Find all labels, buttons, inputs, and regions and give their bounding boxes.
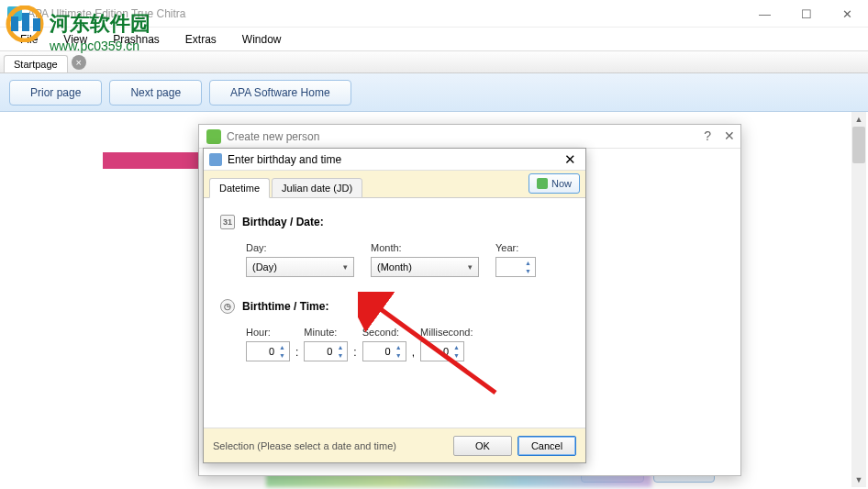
time-separator: :: [295, 346, 298, 361]
tab-julian[interactable]: Julian date (JD): [272, 178, 362, 198]
outer-close-button[interactable]: ✕: [724, 128, 735, 143]
down-arrow-icon[interactable]: ▼: [393, 351, 405, 360]
day-combo[interactable]: (Day): [246, 257, 354, 277]
hour-label: Hour:: [246, 327, 290, 338]
footer-hint: Selection (Please select a date and time…: [213, 440, 448, 451]
date-icon: 31: [220, 215, 235, 229]
second-spinner[interactable]: 0▲▼: [362, 341, 406, 361]
menu-file[interactable]: File: [7, 29, 50, 50]
menu-view[interactable]: View: [50, 29, 100, 50]
ms-spinner[interactable]: 0▲▼: [420, 341, 464, 361]
scroll-down-icon[interactable]: ▼: [851, 472, 866, 487]
day-label: Day:: [246, 242, 354, 253]
apa-home-button[interactable]: APA Software Home: [209, 80, 351, 106]
minute-value: 0: [327, 346, 332, 357]
titlebar: APA Ultimate Edition True Chitra: [0, 0, 868, 28]
menubar: File View Prashnas Extras Window: [0, 28, 868, 51]
inner-close-button[interactable]: ✕: [561, 151, 580, 168]
close-button[interactable]: ✕: [827, 0, 868, 28]
day-value: (Day): [252, 261, 277, 272]
minimize-button[interactable]: —: [744, 0, 785, 28]
year-spinner[interactable]: ▲▼: [495, 257, 536, 277]
minute-spinner[interactable]: 0▲▼: [304, 341, 348, 361]
second-label: Second:: [362, 327, 406, 338]
menu-window[interactable]: Window: [229, 29, 295, 50]
month-value: (Month): [377, 261, 412, 272]
now-label: Now: [551, 178, 572, 189]
ok-button[interactable]: OK: [453, 436, 512, 456]
time-separator: ,: [412, 346, 415, 361]
birthday-dialog: Enter birthday and time ✕ Datetime Julia…: [203, 148, 586, 463]
prior-page-button[interactable]: Prior page: [9, 80, 102, 106]
down-arrow-icon[interactable]: ▼: [334, 351, 346, 360]
time-section-label: Birthtime / Time:: [242, 300, 328, 313]
down-arrow-icon[interactable]: ▼: [451, 351, 462, 360]
tab-datetime[interactable]: Datetime: [209, 178, 270, 198]
scroll-thumb[interactable]: [852, 127, 865, 163]
up-arrow-icon[interactable]: ▲: [522, 259, 534, 267]
cancel-button[interactable]: Cancel: [517, 436, 576, 456]
person-icon: [206, 129, 221, 144]
down-arrow-icon[interactable]: ▼: [522, 267, 534, 275]
menu-prashnas[interactable]: Prashnas: [100, 29, 172, 50]
up-arrow-icon[interactable]: ▲: [276, 343, 288, 351]
window-controls: — ☐ ✕: [744, 0, 868, 28]
ms-value: 0: [443, 346, 449, 357]
tab-close-icon[interactable]: ×: [72, 55, 86, 70]
minute-label: Minute:: [304, 327, 348, 338]
month-label: Month:: [371, 242, 479, 253]
menu-extras[interactable]: Extras: [172, 29, 229, 50]
outer-dialog-title: Create new person: [227, 130, 319, 143]
month-combo[interactable]: (Month): [371, 257, 479, 277]
year-label: Year:: [495, 242, 536, 253]
clock-icon: ◷: [220, 299, 235, 314]
now-icon: [537, 178, 548, 189]
hour-value: 0: [269, 346, 274, 357]
date-section-label: Birthday / Date:: [242, 216, 324, 228]
hour-spinner[interactable]: 0▲▼: [246, 341, 290, 361]
toolbar: Prior page Next page APA Software Home: [0, 73, 868, 112]
inner-dialog-title: Enter birthday and time: [228, 153, 341, 166]
next-page-button[interactable]: Next page: [109, 80, 202, 106]
window-title: APA Ultimate Edition True Chitra: [28, 7, 186, 20]
outer-help-button[interactable]: ?: [704, 128, 711, 143]
vertical-scrollbar[interactable]: ▲ ▼: [851, 112, 866, 487]
app-icon: [7, 6, 22, 21]
document-tabs: Startpage ×: [0, 51, 868, 73]
scroll-up-icon[interactable]: ▲: [851, 112, 866, 127]
up-arrow-icon[interactable]: ▲: [334, 343, 346, 351]
second-value: 0: [385, 346, 391, 357]
now-button[interactable]: Now: [529, 173, 580, 194]
up-arrow-icon[interactable]: ▲: [451, 343, 462, 351]
ms-label: Millisecond:: [420, 327, 473, 338]
tab-startpage[interactable]: Startpage: [4, 55, 68, 72]
down-arrow-icon[interactable]: ▼: [276, 351, 288, 360]
up-arrow-icon[interactable]: ▲: [393, 343, 405, 351]
time-separator: :: [353, 346, 356, 361]
calendar-icon: [209, 153, 222, 166]
maximize-button[interactable]: ☐: [785, 0, 827, 28]
